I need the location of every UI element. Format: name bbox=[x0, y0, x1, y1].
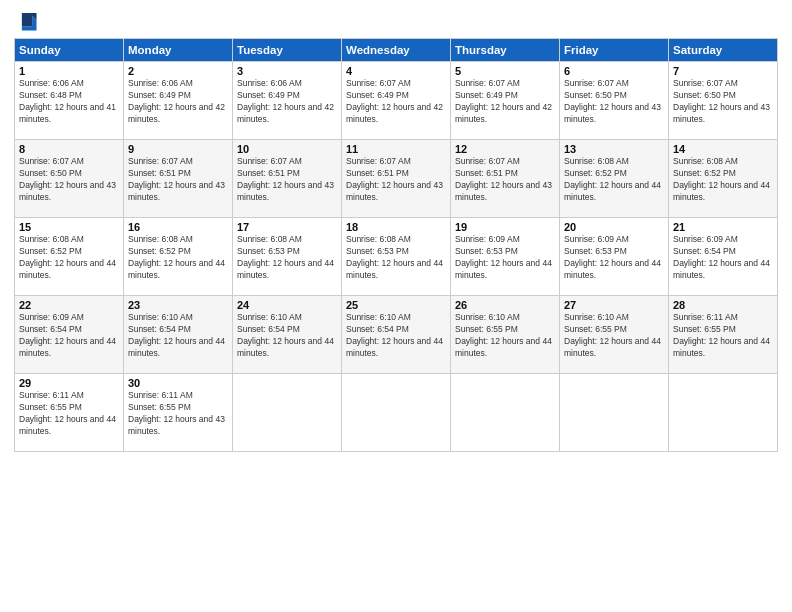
day-info: Sunrise: 6:08 AMSunset: 6:52 PMDaylight:… bbox=[564, 156, 664, 204]
day-info: Sunrise: 6:08 AMSunset: 6:53 PMDaylight:… bbox=[346, 234, 446, 282]
day-info: Sunrise: 6:07 AMSunset: 6:51 PMDaylight:… bbox=[128, 156, 228, 204]
calendar-week-1: 1Sunrise: 6:06 AMSunset: 6:48 PMDaylight… bbox=[15, 62, 778, 140]
day-number: 21 bbox=[673, 221, 773, 233]
day-number: 13 bbox=[564, 143, 664, 155]
calendar-cell bbox=[669, 374, 778, 452]
day-number: 4 bbox=[346, 65, 446, 77]
day-number: 28 bbox=[673, 299, 773, 311]
calendar: SundayMondayTuesdayWednesdayThursdayFrid… bbox=[14, 38, 778, 452]
calendar-cell: 4Sunrise: 6:07 AMSunset: 6:49 PMDaylight… bbox=[342, 62, 451, 140]
calendar-cell: 30Sunrise: 6:11 AMSunset: 6:55 PMDayligh… bbox=[124, 374, 233, 452]
calendar-week-3: 15Sunrise: 6:08 AMSunset: 6:52 PMDayligh… bbox=[15, 218, 778, 296]
day-info: Sunrise: 6:11 AMSunset: 6:55 PMDaylight:… bbox=[673, 312, 773, 360]
day-info: Sunrise: 6:10 AMSunset: 6:55 PMDaylight:… bbox=[455, 312, 555, 360]
day-number: 11 bbox=[346, 143, 446, 155]
day-number: 22 bbox=[19, 299, 119, 311]
day-info: Sunrise: 6:07 AMSunset: 6:50 PMDaylight:… bbox=[19, 156, 119, 204]
day-number: 25 bbox=[346, 299, 446, 311]
day-info: Sunrise: 6:10 AMSunset: 6:54 PMDaylight:… bbox=[128, 312, 228, 360]
calendar-cell: 11Sunrise: 6:07 AMSunset: 6:51 PMDayligh… bbox=[342, 140, 451, 218]
day-number: 9 bbox=[128, 143, 228, 155]
day-info: Sunrise: 6:10 AMSunset: 6:55 PMDaylight:… bbox=[564, 312, 664, 360]
day-info: Sunrise: 6:07 AMSunset: 6:49 PMDaylight:… bbox=[346, 78, 446, 126]
page: SundayMondayTuesdayWednesdayThursdayFrid… bbox=[0, 0, 792, 612]
day-info: Sunrise: 6:07 AMSunset: 6:50 PMDaylight:… bbox=[673, 78, 773, 126]
day-number: 5 bbox=[455, 65, 555, 77]
calendar-cell: 13Sunrise: 6:08 AMSunset: 6:52 PMDayligh… bbox=[560, 140, 669, 218]
calendar-header-row: SundayMondayTuesdayWednesdayThursdayFrid… bbox=[15, 39, 778, 62]
header-tuesday: Tuesday bbox=[233, 39, 342, 62]
calendar-cell: 1Sunrise: 6:06 AMSunset: 6:48 PMDaylight… bbox=[15, 62, 124, 140]
calendar-cell: 24Sunrise: 6:10 AMSunset: 6:54 PMDayligh… bbox=[233, 296, 342, 374]
calendar-cell: 17Sunrise: 6:08 AMSunset: 6:53 PMDayligh… bbox=[233, 218, 342, 296]
day-info: Sunrise: 6:10 AMSunset: 6:54 PMDaylight:… bbox=[237, 312, 337, 360]
day-info: Sunrise: 6:10 AMSunset: 6:54 PMDaylight:… bbox=[346, 312, 446, 360]
day-number: 18 bbox=[346, 221, 446, 233]
calendar-cell: 8Sunrise: 6:07 AMSunset: 6:50 PMDaylight… bbox=[15, 140, 124, 218]
day-info: Sunrise: 6:11 AMSunset: 6:55 PMDaylight:… bbox=[19, 390, 119, 438]
day-info: Sunrise: 6:07 AMSunset: 6:51 PMDaylight:… bbox=[346, 156, 446, 204]
day-number: 6 bbox=[564, 65, 664, 77]
calendar-cell: 10Sunrise: 6:07 AMSunset: 6:51 PMDayligh… bbox=[233, 140, 342, 218]
calendar-cell: 20Sunrise: 6:09 AMSunset: 6:53 PMDayligh… bbox=[560, 218, 669, 296]
calendar-cell bbox=[560, 374, 669, 452]
header bbox=[14, 10, 778, 32]
day-number: 19 bbox=[455, 221, 555, 233]
day-info: Sunrise: 6:07 AMSunset: 6:51 PMDaylight:… bbox=[455, 156, 555, 204]
day-number: 20 bbox=[564, 221, 664, 233]
day-info: Sunrise: 6:09 AMSunset: 6:53 PMDaylight:… bbox=[564, 234, 664, 282]
day-number: 1 bbox=[19, 65, 119, 77]
day-number: 24 bbox=[237, 299, 337, 311]
day-info: Sunrise: 6:08 AMSunset: 6:52 PMDaylight:… bbox=[128, 234, 228, 282]
day-info: Sunrise: 6:06 AMSunset: 6:49 PMDaylight:… bbox=[128, 78, 228, 126]
logo bbox=[14, 10, 38, 32]
calendar-week-5: 29Sunrise: 6:11 AMSunset: 6:55 PMDayligh… bbox=[15, 374, 778, 452]
calendar-cell: 5Sunrise: 6:07 AMSunset: 6:49 PMDaylight… bbox=[451, 62, 560, 140]
day-number: 16 bbox=[128, 221, 228, 233]
day-number: 17 bbox=[237, 221, 337, 233]
calendar-week-4: 22Sunrise: 6:09 AMSunset: 6:54 PMDayligh… bbox=[15, 296, 778, 374]
day-number: 27 bbox=[564, 299, 664, 311]
day-number: 14 bbox=[673, 143, 773, 155]
calendar-cell: 2Sunrise: 6:06 AMSunset: 6:49 PMDaylight… bbox=[124, 62, 233, 140]
day-info: Sunrise: 6:08 AMSunset: 6:53 PMDaylight:… bbox=[237, 234, 337, 282]
calendar-cell: 14Sunrise: 6:08 AMSunset: 6:52 PMDayligh… bbox=[669, 140, 778, 218]
day-number: 15 bbox=[19, 221, 119, 233]
day-number: 12 bbox=[455, 143, 555, 155]
calendar-cell bbox=[233, 374, 342, 452]
day-info: Sunrise: 6:07 AMSunset: 6:49 PMDaylight:… bbox=[455, 78, 555, 126]
header-saturday: Saturday bbox=[669, 39, 778, 62]
calendar-cell: 6Sunrise: 6:07 AMSunset: 6:50 PMDaylight… bbox=[560, 62, 669, 140]
calendar-week-2: 8Sunrise: 6:07 AMSunset: 6:50 PMDaylight… bbox=[15, 140, 778, 218]
day-number: 23 bbox=[128, 299, 228, 311]
day-number: 26 bbox=[455, 299, 555, 311]
calendar-cell: 19Sunrise: 6:09 AMSunset: 6:53 PMDayligh… bbox=[451, 218, 560, 296]
day-number: 29 bbox=[19, 377, 119, 389]
day-info: Sunrise: 6:08 AMSunset: 6:52 PMDaylight:… bbox=[19, 234, 119, 282]
day-number: 7 bbox=[673, 65, 773, 77]
calendar-cell: 23Sunrise: 6:10 AMSunset: 6:54 PMDayligh… bbox=[124, 296, 233, 374]
calendar-cell bbox=[451, 374, 560, 452]
calendar-cell: 29Sunrise: 6:11 AMSunset: 6:55 PMDayligh… bbox=[15, 374, 124, 452]
calendar-cell: 22Sunrise: 6:09 AMSunset: 6:54 PMDayligh… bbox=[15, 296, 124, 374]
logo-icon bbox=[16, 10, 38, 32]
header-friday: Friday bbox=[560, 39, 669, 62]
day-info: Sunrise: 6:06 AMSunset: 6:49 PMDaylight:… bbox=[237, 78, 337, 126]
calendar-cell: 18Sunrise: 6:08 AMSunset: 6:53 PMDayligh… bbox=[342, 218, 451, 296]
calendar-cell: 15Sunrise: 6:08 AMSunset: 6:52 PMDayligh… bbox=[15, 218, 124, 296]
calendar-cell: 3Sunrise: 6:06 AMSunset: 6:49 PMDaylight… bbox=[233, 62, 342, 140]
day-info: Sunrise: 6:08 AMSunset: 6:52 PMDaylight:… bbox=[673, 156, 773, 204]
day-number: 2 bbox=[128, 65, 228, 77]
header-monday: Monday bbox=[124, 39, 233, 62]
day-number: 30 bbox=[128, 377, 228, 389]
day-info: Sunrise: 6:07 AMSunset: 6:50 PMDaylight:… bbox=[564, 78, 664, 126]
day-info: Sunrise: 6:07 AMSunset: 6:51 PMDaylight:… bbox=[237, 156, 337, 204]
calendar-cell bbox=[342, 374, 451, 452]
day-number: 3 bbox=[237, 65, 337, 77]
calendar-cell: 26Sunrise: 6:10 AMSunset: 6:55 PMDayligh… bbox=[451, 296, 560, 374]
calendar-cell: 16Sunrise: 6:08 AMSunset: 6:52 PMDayligh… bbox=[124, 218, 233, 296]
header-wednesday: Wednesday bbox=[342, 39, 451, 62]
header-thursday: Thursday bbox=[451, 39, 560, 62]
day-info: Sunrise: 6:09 AMSunset: 6:54 PMDaylight:… bbox=[19, 312, 119, 360]
day-number: 8 bbox=[19, 143, 119, 155]
